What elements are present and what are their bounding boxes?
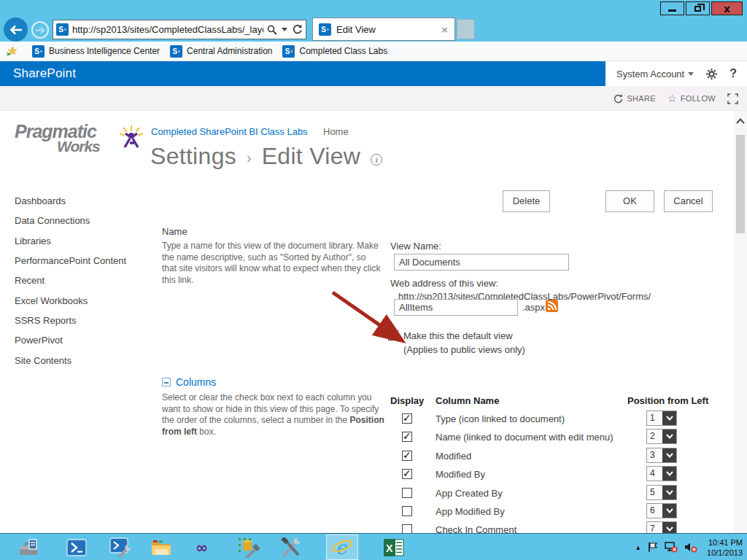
sidebar-item-libraries[interactable]: Libraries <box>15 231 126 251</box>
sidebar-item-site-contents[interactable]: Site Contents <box>15 350 126 370</box>
header-column-name: Column Name <box>436 395 625 406</box>
account-name: System Account <box>616 69 684 79</box>
sidebar-item-dashboards[interactable]: Dashboards <box>15 191 126 211</box>
sidebar-item-powerpivot[interactable]: PowerPivot <box>15 330 126 350</box>
column-name: App Created By <box>436 488 503 499</box>
close-icon: x <box>724 4 730 14</box>
favorite-label: Central Administration <box>187 46 272 56</box>
column-name: Modified <box>436 451 471 462</box>
display-checkbox[interactable] <box>402 432 412 442</box>
position-dropdown[interactable]: 6 <box>646 503 677 518</box>
settings-gear-icon[interactable] <box>705 68 718 80</box>
admin-tools-icon[interactable] <box>280 537 302 559</box>
web-address-input[interactable] <box>394 299 518 316</box>
sidebar-item-excel-workbooks[interactable]: Excel Workbooks <box>15 290 126 310</box>
display-checkbox[interactable] <box>402 451 412 461</box>
ok-button[interactable]: OK <box>605 190 654 212</box>
sharepoint-favicon: S› <box>56 23 69 36</box>
sharepoint-brand: SharePoint <box>13 66 76 81</box>
scroll-up-icon[interactable] <box>734 117 747 125</box>
clock-date: 10/1/2013 <box>707 548 743 558</box>
close-button[interactable]: x <box>711 1 743 15</box>
vertical-scrollbar[interactable] <box>734 111 747 533</box>
sidebar-item-data-connections[interactable]: Data Connections <box>15 211 126 230</box>
follow-button[interactable]: ☆ FOLLOW <box>667 93 716 104</box>
display-checkbox[interactable] <box>402 469 412 479</box>
svg-text:∞: ∞ <box>196 540 208 556</box>
display-checkbox[interactable] <box>402 506 412 516</box>
audio-muted-icon[interactable] <box>684 542 697 553</box>
column-name: Check In Comment <box>436 524 516 533</box>
new-tab-button[interactable] <box>457 19 475 39</box>
position-dropdown[interactable]: 5 <box>646 485 677 500</box>
favorites-star-icon[interactable]: ★➤ <box>7 44 22 58</box>
account-menu[interactable]: System Account <box>616 69 694 79</box>
position-dropdown[interactable]: 3 <box>646 448 677 463</box>
position-dropdown[interactable]: 1 <box>646 411 677 426</box>
address-bar[interactable]: S› http://sp2013/sites/CompletedClassLab… <box>53 20 306 39</box>
display-checkbox[interactable] <box>402 524 412 533</box>
internet-explorer-taskbar-button[interactable]: e <box>326 534 358 560</box>
delete-button[interactable]: Delete <box>503 190 550 212</box>
sidebar-item-recent[interactable]: Recent <box>15 271 126 290</box>
header-display: Display <box>390 395 434 406</box>
action-center-flag-icon[interactable] <box>648 542 658 553</box>
clock-time: 10:41 PM <box>707 537 743 548</box>
columns-desc-part1: Select or clear the check box next to ea… <box>162 392 379 425</box>
visual-studio-icon[interactable]: ∞ <box>194 537 216 559</box>
favorites-bar: ★➤ S› Business Intelligence Center S› Ce… <box>0 42 747 61</box>
pragmatic-works-logo: Pragmatic Works <box>15 122 146 159</box>
focus-mode-icon[interactable] <box>727 93 738 104</box>
position-dropdown[interactable]: 7 <box>646 521 677 533</box>
favorite-link[interactable]: S› Central Administration <box>170 45 272 58</box>
excel-taskbar-button[interactable]: X <box>383 537 405 559</box>
columns-section-toggle[interactable]: Columns <box>162 376 216 388</box>
chevron-down-icon <box>662 467 676 481</box>
back-arrow-icon <box>9 25 23 35</box>
favorite-link[interactable]: S› Business Intelligence Center <box>32 45 160 58</box>
sidebar-item-ssrs-reports[interactable]: SSRS Reports <box>15 311 126 330</box>
position-dropdown[interactable]: 2 <box>646 429 677 444</box>
file-explorer-icon[interactable] <box>150 537 172 559</box>
breadcrumb-site-link[interactable]: Completed SharePoint BI Class Labs <box>151 126 308 137</box>
sql-data-tools-icon[interactable] <box>238 537 260 559</box>
view-name-input[interactable] <box>394 254 569 271</box>
restore-button[interactable] <box>686 1 710 15</box>
help-icon[interactable]: ? <box>729 67 737 80</box>
refresh-icon[interactable] <box>292 24 303 35</box>
breadcrumb-home-link[interactable]: Home <box>323 126 349 137</box>
minimize-button[interactable] <box>660 1 684 15</box>
annotation-arrow <box>321 288 409 346</box>
rss-icon[interactable] <box>546 300 558 312</box>
position-dropdown[interactable]: 4 <box>646 466 677 481</box>
table-row: Modified By 4 <box>390 467 711 486</box>
view-name-label: View Name: <box>390 241 441 252</box>
display-checkbox[interactable] <box>402 413 412 424</box>
display-checkbox[interactable] <box>402 488 412 498</box>
sharepoint-icon: S› <box>32 45 44 58</box>
forward-button[interactable] <box>31 21 49 39</box>
table-row: Type (icon linked to document) 1 <box>390 412 711 430</box>
network-disconnected-icon[interactable] <box>665 542 678 553</box>
sidebar-item-performancepoint[interactable]: PerformancePoint Content <box>15 251 126 271</box>
address-dropdown-icon[interactable] <box>282 28 287 31</box>
address-url[interactable]: http://sp2013/sites/CompletedClassLabs/_… <box>72 24 263 35</box>
position-value: 1 <box>647 411 662 425</box>
sharepoint-icon: S› <box>282 45 295 58</box>
favorite-link[interactable]: S› Completed Class Labs <box>282 45 387 58</box>
share-button[interactable]: SHARE <box>613 93 655 104</box>
info-icon[interactable]: i <box>371 154 382 166</box>
server-manager-icon[interactable] <box>18 537 39 559</box>
search-icon[interactable] <box>267 25 277 35</box>
cancel-button[interactable]: Cancel <box>664 190 713 212</box>
powershell-ise-icon[interactable] <box>109 537 131 559</box>
table-row: App Created By 5 <box>390 486 711 505</box>
scrollbar-thumb[interactable] <box>736 135 745 233</box>
tab-close-icon[interactable]: × <box>441 25 449 34</box>
back-button[interactable] <box>4 18 28 42</box>
powershell-icon[interactable] <box>66 537 88 559</box>
tray-expand-icon[interactable]: ▲ <box>635 544 641 551</box>
taskbar-clock[interactable]: 10:41 PM 10/1/2013 <box>707 537 743 558</box>
browser-tab[interactable]: S› Edit View × <box>312 18 455 41</box>
suite-bar: SharePoint System Account ? <box>0 61 747 86</box>
